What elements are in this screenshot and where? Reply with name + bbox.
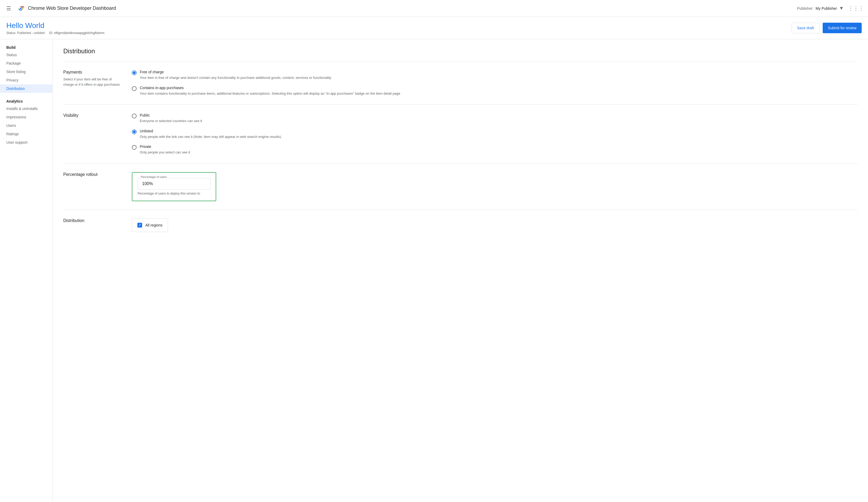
visibility-unlisted-option[interactable]: Unlisted Only people with the link can s… [132,129,857,140]
visibility-private-text: Private Only people you select can see i… [140,144,190,155]
page-header-left: Hello World Status: Published - unlisted… [6,21,104,35]
navbar: ☰ Chrome Web Store Developer Dashboard P… [0,0,868,17]
main-content: Distribution Payments Select if your ite… [53,39,868,502]
all-regions-box: All regions [132,218,168,232]
publisher-name: My Publisher [816,6,837,11]
rollout-input[interactable] [138,178,210,189]
sidebar-item-store-listing[interactable]: Store listing [0,68,52,76]
publisher-dropdown-icon[interactable]: ▼ [839,6,844,11]
visibility-unlisted-desc: Only people with the link can see it (No… [140,134,282,140]
all-regions-checkbox[interactable] [137,223,142,227]
header-buttons: Save draft Submit for review [792,23,862,33]
navbar-right: Publisher: My Publisher ▼ ⋮⋮⋮ [797,5,864,12]
rollout-label-col: Percentage rollout [63,172,121,201]
payments-description: Select if your item will be free of char… [63,77,121,87]
svg-point-2 [20,7,22,9]
sidebar-item-privacy[interactable]: Privacy [0,76,52,84]
payments-iap-option[interactable]: Contains in-app purchases Your item cont… [132,86,857,96]
all-regions-label: All regions [145,223,163,227]
payments-iap-radio[interactable] [132,86,137,91]
payments-content: Free of charge Your item is free of char… [132,70,857,96]
payments-iap-title: Contains in-app purchases [140,86,400,90]
hamburger-icon[interactable]: ☰ [4,3,13,14]
distribution-label-col: Distribution [63,218,121,232]
rollout-field-wrapper: Percentage of users [138,178,210,189]
visibility-unlisted-title: Unlisted [140,129,282,133]
payments-free-text: Free of charge Your item is free of char… [140,70,331,80]
sidebar-section-build: Build [0,43,52,51]
page-header: Hello World Status: Published - unlisted… [0,17,868,39]
percentage-rollout-section: Percentage rollout Percentage of users P… [63,164,857,210]
rollout-field-label: Percentage of users [140,175,168,178]
sidebar-item-distribution[interactable]: Distribution [0,84,52,93]
distribution-content: All regions [132,218,857,232]
rollout-box: Percentage of users Percentage of users … [132,172,216,201]
rollout-hint: Percentage of users to deploy this versi… [138,192,210,195]
visibility-public-text: Public Everyone in selected countries ca… [140,113,202,124]
visibility-section: Visibility Public Everyone in selected c… [63,105,857,164]
payments-iap-text: Contains in-app purchases Your item cont… [140,86,400,96]
sidebar-item-status[interactable]: Status [0,51,52,59]
visibility-public-option[interactable]: Public Everyone in selected countries ca… [132,113,857,124]
apps-grid-icon[interactable]: ⋮⋮⋮ [848,5,864,12]
extension-id: ID: efbjpmifpkelkmaaapggbilcfngfbdmm [49,31,104,35]
payments-label: Payments [63,70,121,75]
sidebar-item-impressions[interactable]: Impressions [0,113,52,121]
save-draft-button[interactable]: Save draft [792,23,819,33]
rollout-content: Percentage of users Percentage of users … [132,172,857,201]
payments-free-desc: Your item is free of charge and doesn't … [140,75,331,80]
sidebar-item-package[interactable]: Package [0,59,52,68]
payments-free-radio[interactable] [132,70,137,75]
page-title: Hello World [6,21,104,30]
main-page-title: Distribution [63,48,857,61]
chrome-logo [16,4,25,13]
visibility-private-title: Private [140,144,190,149]
sidebar-item-installs[interactable]: Installs & uninstalls [0,104,52,113]
visibility-public-radio[interactable] [132,114,137,119]
layout: Build Status Package Store listing Priva… [0,39,868,502]
submit-for-review-button[interactable]: Submit for review [823,23,862,33]
visibility-unlisted-radio[interactable] [132,130,137,134]
visibility-public-title: Public [140,113,202,117]
sidebar-item-ratings[interactable]: Ratings [0,130,52,138]
page-subtitle: Status: Published - unlisted ID: efbjpmi… [6,31,104,35]
visibility-unlisted-text: Unlisted Only people with the link can s… [140,129,282,140]
visibility-label-col: Visibility [63,113,121,155]
visibility-content: Public Everyone in selected countries ca… [132,113,857,155]
visibility-private-radio[interactable] [132,145,137,150]
distribution-section: Distribution All regions [63,210,857,240]
payments-label-col: Payments Select if your item will be fre… [63,70,121,96]
payments-free-title: Free of charge [140,70,331,74]
all-regions-option[interactable]: All regions [137,223,163,227]
distribution-label: Distribution [63,218,121,223]
visibility-private-desc: Only people you select can see it [140,150,190,155]
sidebar-item-user-support[interactable]: User support [0,138,52,146]
payments-free-option[interactable]: Free of charge Your item is free of char… [132,70,857,80]
visibility-private-option[interactable]: Private Only people you select can see i… [132,144,857,155]
visibility-label: Visibility [63,113,121,118]
visibility-public-desc: Everyone in selected countries can see i… [140,119,202,124]
sidebar-section-analytics: Analytics [0,97,52,104]
rollout-label: Percentage rollout [63,172,121,177]
sidebar: Build Status Package Store listing Priva… [0,39,53,502]
status-text: Status: Published - unlisted [6,31,44,35]
navbar-title: Chrome Web Store Developer Dashboard [28,6,116,11]
publisher-label: Publisher: [797,6,814,11]
payments-iap-desc: Your item contains functionality to purc… [140,91,400,96]
payments-section: Payments Select if your item will be fre… [63,61,857,105]
sidebar-item-users[interactable]: Users [0,121,52,130]
